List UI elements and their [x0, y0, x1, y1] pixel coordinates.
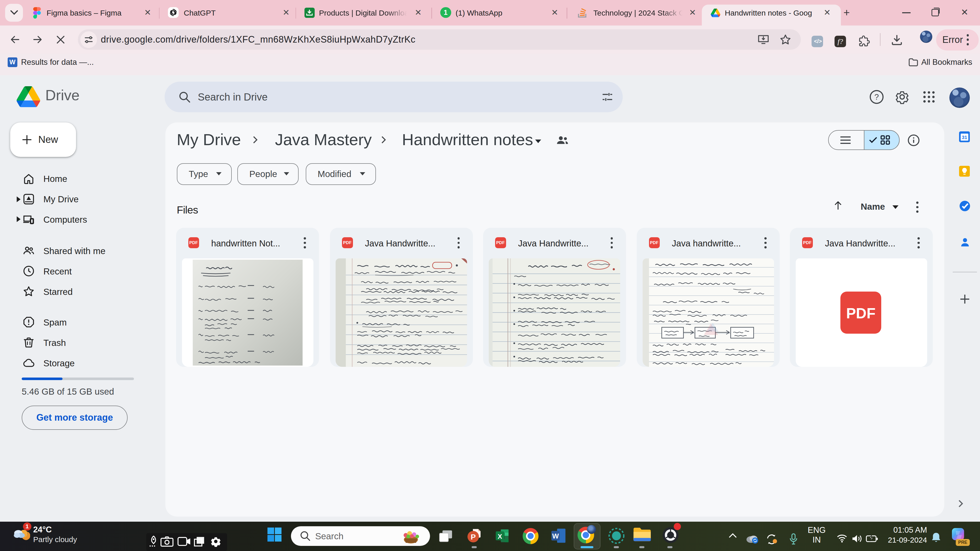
- svg-text:W: W: [552, 532, 558, 540]
- svg-text:31: 31: [962, 135, 967, 140]
- svg-text:?: ?: [874, 93, 879, 102]
- svg-text:P: P: [471, 533, 476, 541]
- svg-text:X: X: [498, 532, 502, 540]
- svg-text:PDF: PDF: [846, 305, 875, 321]
